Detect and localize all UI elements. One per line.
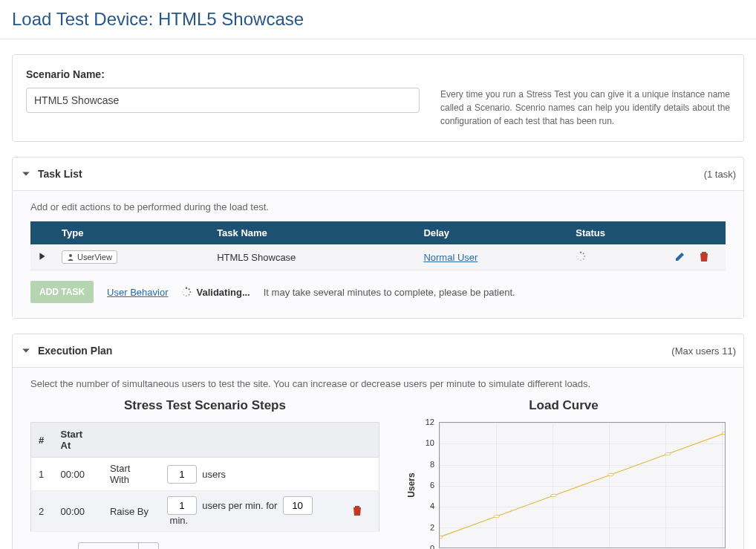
delete-icon[interactable] bbox=[697, 250, 711, 263]
task-list-header[interactable]: Task List (1 task) bbox=[13, 157, 743, 191]
chart-title: Load Curve bbox=[402, 398, 726, 413]
user-behavior-link[interactable]: User Behavior bbox=[107, 287, 168, 298]
svg-point-16 bbox=[183, 289, 184, 290]
task-table: Type Task Name Delay Status bbox=[30, 221, 726, 270]
table-row: 2 00:00 Raise By users per min. for min. bbox=[31, 491, 379, 532]
svg-point-0 bbox=[69, 254, 72, 257]
svg-point-6 bbox=[578, 258, 579, 259]
svg-point-21 bbox=[665, 452, 671, 455]
svg-point-22 bbox=[722, 432, 725, 434]
svg-point-10 bbox=[189, 288, 190, 290]
svg-point-12 bbox=[189, 294, 190, 296]
svg-point-9 bbox=[186, 288, 187, 289]
execution-plan-desc: Select the number of simultaneous users … bbox=[30, 378, 726, 389]
steps-table: # Start At 1 00:00 Start With us bbox=[30, 422, 379, 532]
chevron-down-icon bbox=[138, 543, 158, 549]
type-badge: UserView bbox=[62, 250, 117, 264]
scenario-name-input[interactable] bbox=[26, 88, 420, 113]
svg-point-5 bbox=[580, 259, 581, 261]
add-new-value: Action bbox=[79, 543, 138, 549]
task-list-desc: Add or edit actions to be performed duri… bbox=[30, 201, 726, 212]
steps-title: Stress Test Scenario Steps bbox=[30, 398, 379, 413]
validating-note: It may take several minutes to complete,… bbox=[264, 287, 515, 298]
svg-point-4 bbox=[583, 258, 584, 259]
step2-value1-input[interactable] bbox=[167, 496, 197, 515]
step1-value-input[interactable] bbox=[167, 465, 197, 484]
scenario-label: Scenario Name: bbox=[26, 68, 730, 80]
task-count: (1 task) bbox=[704, 169, 736, 180]
delete-step-icon[interactable] bbox=[351, 504, 364, 517]
table-row: 1 00:00 Start With users bbox=[31, 458, 379, 491]
col-step-num: # bbox=[31, 423, 53, 458]
svg-point-17 bbox=[440, 536, 443, 538]
svg-point-1 bbox=[580, 251, 581, 253]
edit-icon[interactable] bbox=[674, 250, 687, 263]
svg-point-3 bbox=[584, 255, 586, 256]
svg-point-11 bbox=[190, 291, 192, 293]
col-status: Status bbox=[568, 221, 666, 244]
svg-point-14 bbox=[183, 294, 185, 296]
execution-plan-panel: Execution Plan (Max users 11) Select the… bbox=[12, 334, 744, 549]
col-type: Type bbox=[54, 221, 209, 244]
svg-point-13 bbox=[186, 295, 188, 296]
svg-point-20 bbox=[608, 473, 614, 475]
task-list-panel: Task List (1 task) Add or edit actions t… bbox=[12, 157, 744, 319]
svg-point-18 bbox=[494, 515, 500, 517]
task-list-title: Task List bbox=[38, 168, 82, 180]
execution-plan-title: Execution Plan bbox=[38, 345, 112, 357]
svg-point-8 bbox=[578, 253, 579, 253]
expand-row-icon[interactable] bbox=[38, 252, 47, 263]
col-step-start: Start At bbox=[53, 423, 102, 458]
table-row: UserView HTML5 Showcase Normal User bbox=[30, 244, 726, 270]
chevron-down-icon bbox=[20, 346, 32, 355]
page-title: Load Test Device: HTML5 Showcase bbox=[0, 0, 756, 39]
svg-point-2 bbox=[583, 253, 584, 254]
spinner-icon bbox=[181, 287, 192, 297]
task-name-cell: HTML5 Showcase bbox=[209, 244, 416, 270]
svg-point-19 bbox=[551, 494, 557, 496]
execution-plan-header[interactable]: Execution Plan (Max users 11) bbox=[13, 334, 743, 368]
svg-point-7 bbox=[576, 256, 577, 256]
add-task-button: ADD TASK bbox=[30, 281, 94, 303]
status-spinner-icon bbox=[576, 253, 586, 264]
col-name: Task Name bbox=[209, 221, 416, 244]
validating-indicator: Validating... bbox=[181, 287, 250, 298]
delay-link[interactable]: Normal User bbox=[423, 252, 478, 263]
chevron-down-icon bbox=[20, 169, 32, 178]
scenario-panel: Scenario Name: Every time you run a Stre… bbox=[12, 54, 744, 142]
svg-point-15 bbox=[183, 291, 183, 292]
scenario-help-text: Every time you run a Stress Test you can… bbox=[440, 88, 730, 128]
step2-value2-input[interactable] bbox=[283, 496, 313, 515]
load-curve-chart: Users 024681012 00:0002:0004:0006:0008:0… bbox=[402, 422, 726, 549]
validating-label: Validating... bbox=[196, 287, 250, 298]
col-delay: Delay bbox=[416, 221, 568, 244]
max-users-label: (Max users 11) bbox=[671, 345, 736, 357]
type-badge-label: UserView bbox=[77, 253, 112, 261]
add-new-combo[interactable]: Action bbox=[78, 542, 159, 549]
